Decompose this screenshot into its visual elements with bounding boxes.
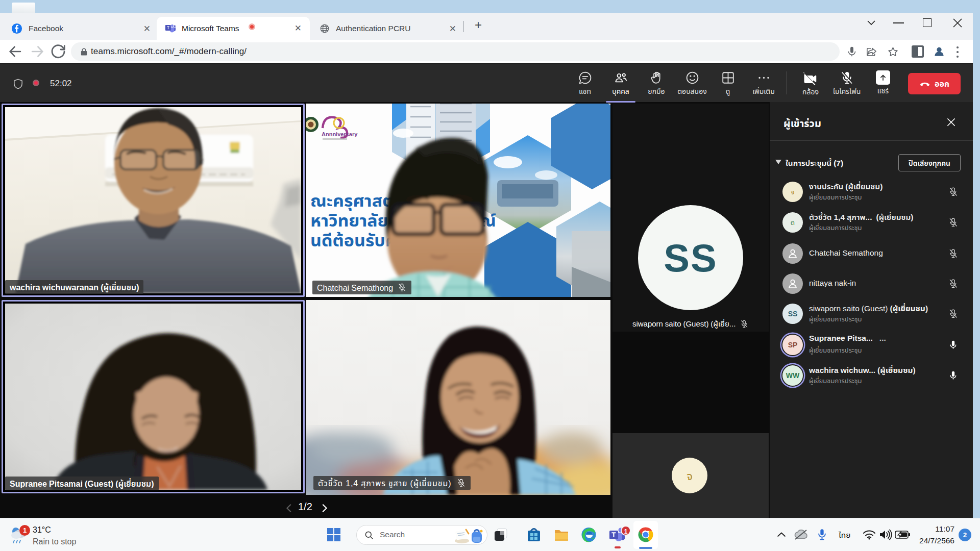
svg-text:Annniversary: Annniversary (322, 131, 358, 137)
svg-text:นดีต้อนรับค: นดีต้อนรับค (310, 228, 397, 252)
